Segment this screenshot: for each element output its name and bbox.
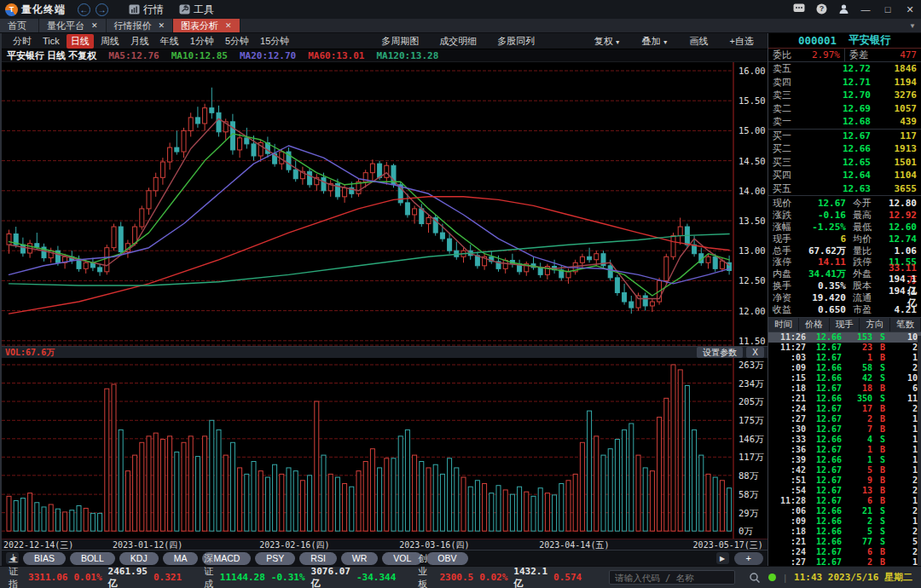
toolbar-多周期图[interactable]: 多周期图: [377, 34, 423, 49]
menu-tools[interactable]: 工具: [179, 3, 214, 17]
toolbar-多股同列[interactable]: 多股同列: [493, 34, 539, 49]
close-button[interactable]: ✕: [904, 4, 916, 15]
minimize-button[interactable]: —: [860, 4, 872, 14]
wrench-icon: [179, 4, 190, 14]
period-1分钟[interactable]: 1分钟: [186, 34, 218, 49]
period-15分钟[interactable]: 15分钟: [256, 34, 293, 49]
tab-close-icon[interactable]: ✕: [159, 21, 165, 30]
toolbar-画线[interactable]: 画线: [686, 34, 713, 49]
quote-row: 涨跌-0.16最高12.92: [768, 210, 921, 222]
volume-chart[interactable]: 263万234万205万175万146万117万88万58万29万0万: [2, 358, 768, 539]
stock-header[interactable]: 000001 平安银行: [768, 33, 921, 49]
quote-label: 现价: [773, 197, 802, 210]
toolbar-复权[interactable]: 复权▼: [590, 34, 625, 49]
level-price: 12.72: [802, 63, 871, 74]
tick-volume: 5: [842, 465, 872, 475]
quote-value: -1.25%: [802, 222, 846, 233]
tick-direction: B: [872, 404, 893, 413]
quote-label: 内盘: [773, 268, 802, 280]
tab-close-icon[interactable]: ✕: [91, 21, 98, 30]
period-Tick[interactable]: Tick: [38, 35, 64, 47]
back-button[interactable]: ←: [78, 3, 90, 16]
svg-text:58万: 58万: [739, 489, 759, 499]
tick-time: :09: [772, 516, 806, 526]
level-price: 12.65: [802, 157, 871, 168]
tab-行情报价[interactable]: 行情报价✕: [107, 19, 174, 32]
search-input[interactable]: [609, 570, 735, 585]
period-toolbar: 分时Tick日线周线月线年线1分钟5分钟15分钟 多周期图成交明细多股同列 复权…: [2, 33, 768, 49]
search-icon[interactable]: [749, 572, 761, 584]
tick-count: 2: [893, 486, 918, 495]
period-年线[interactable]: 年线: [156, 34, 183, 49]
price-chart[interactable]: 16.0015.5015.0014.5014.0013.5013.0012.50…: [2, 62, 768, 346]
quote-label: 均价: [853, 233, 882, 245]
tab-close-icon[interactable]: ✕: [225, 21, 232, 30]
quote-label: 流通: [853, 291, 882, 304]
period-5分钟[interactable]: 5分钟: [221, 34, 253, 49]
user-icon[interactable]: [837, 3, 849, 16]
forward-button[interactable]: →: [96, 3, 108, 16]
date-tick: 2023-05-17(三): [693, 539, 763, 551]
tick-col-笔数[interactable]: 笔数: [890, 318, 921, 331]
level-volume: 1913: [871, 143, 917, 154]
indicator-settings-button[interactable]: 设置参数: [697, 347, 743, 358]
add-indicator-button[interactable]: +: [734, 552, 763, 565]
level-label: 买三: [773, 156, 802, 169]
tick-price: 12.67: [806, 414, 842, 424]
indicator-scroll-right-icon[interactable]: ▶: [716, 552, 729, 564]
indicator-close-button[interactable]: X: [746, 347, 764, 358]
level-volume: 117: [871, 130, 917, 141]
level-price: 12.64: [802, 170, 871, 181]
tick-scrollbar[interactable]: [918, 336, 921, 566]
tick-direction: B: [872, 496, 893, 505]
level-price: 12.67: [802, 130, 871, 141]
tab-overflow-icon[interactable]: ▼: [909, 19, 921, 32]
index-上证指数: 上证指数3311.060.01%2461.95亿0.321: [9, 552, 182, 588]
tick-row: :1812.665S2: [768, 527, 921, 537]
tick-col-时间[interactable]: 时间: [768, 318, 799, 331]
maximize-button[interactable]: □: [882, 4, 894, 14]
quote-row: 收益0.650市盈4.21: [768, 303, 921, 315]
index-name: 上证指数: [9, 552, 22, 588]
toolbar-叠加[interactable]: 叠加▼: [638, 34, 673, 49]
tick-price: 12.66: [806, 506, 842, 516]
tick-col-价格[interactable]: 价格: [799, 318, 830, 331]
tick-col-方向[interactable]: 方向: [860, 318, 890, 331]
tick-price: 12.66: [806, 363, 842, 372]
period-周线[interactable]: 周线: [96, 34, 124, 49]
tick-row: :2712.672B1: [768, 414, 921, 424]
feedback-icon[interactable]: [793, 3, 805, 15]
tick-volume: 9: [842, 476, 872, 485]
tab-图表分析[interactable]: 图表分析✕: [173, 19, 240, 32]
level-label: 卖一: [773, 115, 802, 128]
tab-label: 行情报价: [114, 20, 152, 32]
tick-direction: S: [872, 527, 893, 536]
dropdown-caret-icon: ▼: [663, 39, 669, 45]
period-分时[interactable]: 分时: [9, 34, 36, 49]
tick-col-现手[interactable]: 现手: [830, 318, 860, 331]
tick-price: 12.66: [806, 455, 842, 464]
quote-label: 量比: [853, 245, 882, 257]
tick-list[interactable]: 11:2612.66153S1011:2712.6723B2:0312.671B…: [768, 332, 921, 566]
period-月线[interactable]: 月线: [126, 34, 154, 49]
tab-量化平台[interactable]: 量化平台✕: [39, 19, 107, 32]
order-book-row-bid: 买三12.651501: [768, 156, 921, 170]
order-book-row-bid: 买一12.67117: [768, 130, 921, 143]
toolbar-成交明细[interactable]: 成交明细: [435, 34, 481, 49]
ma-label: MA120:13.28: [376, 50, 438, 61]
svg-text:15.50: 15.50: [739, 95, 766, 106]
toolbar-+自选[interactable]: +自选: [726, 34, 758, 49]
svg-text:146万: 146万: [739, 434, 764, 444]
period-日线[interactable]: 日线: [67, 34, 94, 49]
volume-chart-svg: 263万234万205万175万146万117万88万58万29万0万: [2, 358, 770, 539]
date-axis: 2022-12-14(三)2023-01-12(四)2023-02-16(四)2…: [2, 539, 768, 550]
quote-row: 涨幅-1.25%最低12.60: [768, 222, 921, 233]
tick-count: 1: [893, 455, 918, 464]
quote-label: 涨跌: [773, 209, 802, 222]
tab-首页[interactable]: 首页: [0, 19, 39, 32]
tick-price: 12.67: [806, 353, 842, 362]
tick-volume: 5: [842, 527, 872, 536]
quote-row: 净资19.420流通194.1亿: [768, 291, 921, 303]
menu-quotes[interactable]: 行情: [129, 3, 164, 17]
help-icon[interactable]: ?: [815, 3, 827, 16]
